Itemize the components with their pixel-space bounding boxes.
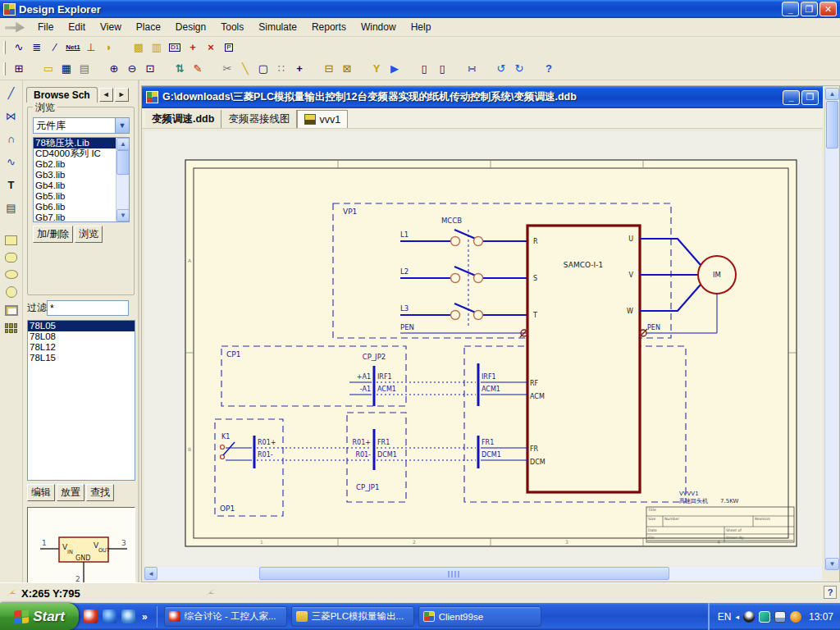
library-a-icon[interactable]: ▯ — [415, 61, 433, 77]
rectangle-tool-icon[interactable] — [5, 235, 17, 245]
library-item[interactable]: Gb5.lib — [34, 191, 129, 202]
menu-help[interactable]: Help — [404, 19, 438, 35]
picture-tool-icon[interactable] — [5, 305, 18, 316]
workspace-a-icon[interactable]: ⊟ — [320, 61, 338, 77]
filter-input[interactable] — [47, 300, 129, 316]
browse-button[interactable]: 浏览 — [75, 226, 103, 243]
component-item[interactable]: 78L05 — [28, 321, 135, 331]
power-port-icon[interactable]: ⊥ — [82, 39, 100, 56]
add-remove-button[interactable]: 加/删除 — [33, 226, 73, 243]
open-icon[interactable]: ▭ — [39, 61, 57, 77]
library-item[interactable]: Gb2.lib — [34, 159, 129, 170]
line-tool-icon[interactable]: ╱ — [3, 85, 20, 101]
tab-vvv1[interactable]: vvv1 — [297, 110, 348, 128]
menu-view[interactable]: View — [94, 19, 128, 35]
library-list[interactable]: 78稳压块.Lib CD4000系列 IC Gb2.lib Gb3.lib Gb… — [33, 137, 130, 222]
combobox-dropdown-icon[interactable]: ▼ — [115, 118, 129, 133]
hscroll-thumb[interactable] — [259, 567, 669, 580]
menu-place[interactable]: Place — [130, 19, 167, 35]
doc-minimize-button[interactable]: _ — [783, 90, 800, 105]
pie-tool-icon[interactable] — [6, 286, 17, 298]
edit-button[interactable]: 编辑 — [27, 484, 55, 501]
sheet-symbol-icon[interactable]: ▩ — [130, 39, 148, 56]
tray-update-icon[interactable] — [790, 611, 801, 623]
arc-tool-icon[interactable]: ∩ — [3, 131, 20, 147]
quicklaunch-overflow-chevron[interactable]: » — [142, 611, 148, 623]
library-combobox[interactable]: 元件库 ▼ — [33, 117, 130, 134]
minimize-button[interactable]: _ — [782, 2, 799, 16]
library-item[interactable]: 78稳压块.Lib — [34, 138, 129, 148]
doc-horizontal-scrollbar[interactable]: ◄ — [144, 567, 822, 580]
find-button[interactable]: 查找 — [86, 484, 114, 501]
wand-icon[interactable]: ✎ — [189, 61, 207, 77]
pcb-rule-icon[interactable]: P — [225, 43, 232, 52]
workspace-b-icon[interactable]: ⊠ — [338, 61, 356, 77]
tab-bianpin-tiaosu[interactable]: 变频调速.ddb — [145, 110, 221, 128]
tab-bianpinqi-jiexiantu[interactable]: 变频器接线图 — [221, 110, 297, 128]
status-help-button[interactable]: ? — [824, 586, 837, 599]
panel-next-arrow[interactable]: ► — [115, 88, 129, 102]
quicklaunch-ie-icon[interactable] — [103, 609, 116, 623]
browse-tree-icon[interactable]: ⊞ — [10, 61, 28, 77]
menu-window[interactable]: Window — [354, 19, 403, 35]
hierarchy-updown-icon[interactable]: ⇅ — [171, 61, 189, 77]
select-area-icon[interactable]: ▢ — [254, 61, 272, 77]
start-button[interactable]: Start — [0, 603, 79, 630]
scroll-down-icon[interactable]: ▼ — [116, 209, 130, 221]
tray-collapse-arrow[interactable]: ◂ — [735, 613, 739, 621]
hscroll-left-icon[interactable]: ◄ — [144, 567, 158, 580]
move-icon[interactable]: + — [290, 61, 308, 77]
junction-icon[interactable]: + — [184, 39, 202, 56]
wire-tool-icon[interactable]: ∿ — [10, 39, 28, 56]
cutter-icon[interactable]: ✂ — [218, 61, 236, 77]
schematic-canvas[interactable]: 1 2 3 4 A B VP1 CP1 OP1 CP — [144, 131, 822, 566]
tray-network-icon[interactable] — [774, 611, 786, 623]
library-item[interactable]: CD4000系列 IC — [34, 148, 129, 159]
task-folder-mitsubishi-plc[interactable]: 三菱PLC模拟量输出... — [291, 606, 414, 627]
print-icon[interactable]: ▤ — [75, 61, 94, 77]
sheet-entry-icon[interactable]: ▥ — [148, 39, 166, 56]
toolbar-grip2[interactable] — [3, 62, 6, 75]
simulate-run-icon[interactable]: ▶ — [386, 61, 404, 77]
zoom-in-icon[interactable]: ⊕ — [105, 61, 123, 77]
menu-edit[interactable]: Edit — [62, 19, 92, 35]
library-item[interactable]: Gb7.lib — [34, 212, 129, 222]
help-icon[interactable]: ? — [540, 61, 558, 77]
language-indicator[interactable]: EN — [718, 611, 732, 623]
no-erc-icon[interactable]: × — [202, 39, 220, 56]
task-client99se[interactable]: Client99se — [418, 606, 541, 627]
doc-vertical-scrollbar[interactable]: ▲ ▼ — [824, 88, 839, 570]
vscroll-up-icon[interactable]: ▲ — [825, 88, 839, 100]
array-tool-icon[interactable] — [5, 323, 18, 333]
port-icon[interactable]: D1 — [169, 43, 180, 52]
text-frame-tool-icon[interactable]: ▤ — [3, 200, 20, 216]
panel-prev-arrow[interactable]: ◄ — [99, 88, 113, 102]
library-item[interactable]: Gb4.lib — [34, 180, 129, 191]
pencil-icon[interactable]: ╲ — [236, 61, 254, 77]
doc-restore-button[interactable]: ❐ — [801, 90, 819, 105]
task-forum-discussion[interactable]: 综合讨论 - 工控人家... — [164, 606, 287, 627]
close-button[interactable]: ✕ — [819, 2, 837, 16]
library-item[interactable]: Gb6.lib — [34, 202, 129, 212]
net-label-icon[interactable]: Net1 — [66, 44, 80, 51]
tray-qq-icon[interactable] — [743, 611, 755, 623]
undo-icon[interactable]: ↺ — [492, 61, 510, 77]
library-scrollbar[interactable]: ▲ ▼ — [116, 138, 129, 221]
menu-tools[interactable]: Tools — [214, 19, 250, 35]
library-item[interactable]: Gb3.lib — [34, 170, 129, 180]
rearrange-icon[interactable]: ∷ — [272, 61, 290, 77]
tray-messenger-icon[interactable] — [759, 611, 770, 623]
bezier-tool-icon[interactable]: ∿ — [3, 154, 20, 170]
component-item[interactable]: 78L12 — [28, 342, 135, 353]
component-list[interactable]: 78L05 78L08 78L12 78L15 — [27, 320, 135, 481]
zoom-area-icon[interactable]: ⊡ — [141, 61, 159, 77]
zoom-out-icon[interactable]: ⊖ — [123, 61, 141, 77]
run-tool-icon[interactable]: Y — [368, 61, 386, 77]
panel-tab-browse-sch[interactable]: Browse Sch — [26, 87, 98, 103]
redo-icon[interactable]: ↻ — [510, 61, 528, 77]
filter-list-icon[interactable]: ∺ — [463, 61, 481, 77]
menu-simulate[interactable]: Simulate — [252, 19, 304, 35]
component-item[interactable]: 78L15 — [28, 353, 135, 363]
scroll-thumb[interactable] — [116, 150, 130, 175]
component-item[interactable]: 78L08 — [28, 331, 135, 342]
